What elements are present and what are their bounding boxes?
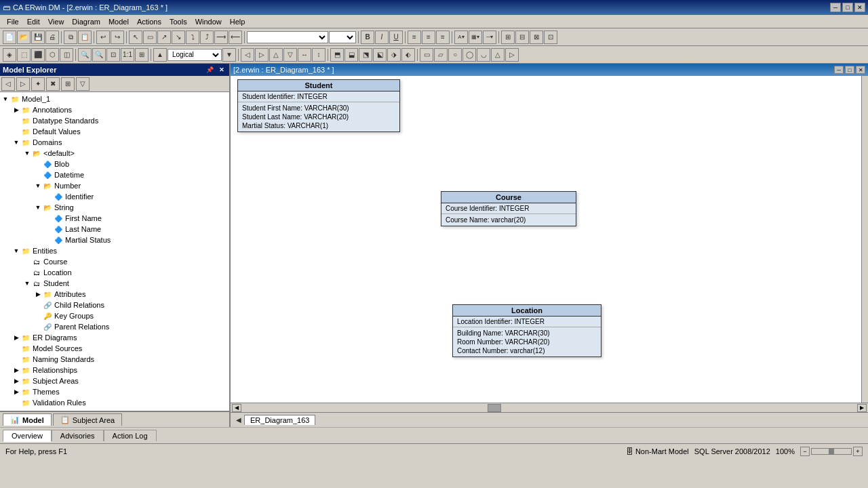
tb2-diag2[interactable]: ▷ — [255, 48, 269, 62]
menu-model[interactable]: Model — [104, 16, 133, 27]
tab-subject-area[interactable]: 📋 Subject Area — [53, 413, 122, 426]
rel5-btn[interactable]: ⟶ — [214, 30, 228, 44]
entity-student[interactable]: Student Student Identifier: INTEGER Stud… — [237, 79, 400, 132]
scroll-thumb[interactable] — [488, 404, 501, 412]
tree-item-martialstatus[interactable]: 🔷 Martial Status — [0, 235, 229, 245]
tb2-btn3[interactable]: ⬛ — [31, 48, 45, 62]
tree-toggle-student[interactable]: ▼ — [23, 279, 31, 287]
rel3-btn[interactable]: ⤵ — [186, 30, 199, 44]
menu-edit[interactable]: Edit — [23, 16, 44, 27]
tb2-shape3[interactable]: ○ — [448, 48, 462, 62]
copy-btn[interactable]: ⧉ — [64, 30, 77, 44]
zoom-slider[interactable] — [811, 448, 852, 455]
tree-back-btn[interactable]: ◁ — [1, 77, 15, 91]
tb2-shape7[interactable]: ▷ — [505, 48, 519, 62]
zoom-in-btn[interactable]: 🔍 — [78, 48, 92, 62]
tree-item-namingstandards[interactable]: 📁 Naming Standards — [0, 354, 229, 365]
zoom-custom-btn[interactable]: ⊞ — [135, 48, 149, 62]
tree-item-entities[interactable]: ▼ 📁 Entities — [0, 245, 229, 256]
save-btn[interactable]: 💾 — [31, 30, 45, 44]
tree-item-lastname[interactable]: 🔷 Last Name — [0, 224, 229, 235]
tb2-btn1[interactable]: ◈ — [3, 48, 16, 62]
entity-btn[interactable]: ▭ — [143, 30, 157, 44]
tree-item-keygroups[interactable]: 🔑 Key Groups — [0, 310, 229, 321]
footer-tab-actionlog[interactable]: Action Log — [104, 430, 157, 441]
entity-course[interactable]: Course Course Identifier: INTEGER Course… — [441, 191, 576, 226]
color-btn[interactable]: A▾ — [454, 30, 468, 44]
new-btn[interactable]: 📄 — [3, 30, 16, 44]
scroll-left-btn[interactable]: ◀ — [232, 404, 241, 412]
extra-btn2[interactable]: ⊟ — [515, 30, 529, 44]
fontsize-dropdown[interactable] — [329, 31, 356, 43]
tb2-btn4[interactable]: ⬡ — [45, 48, 59, 62]
tree-toggle-number[interactable]: ▼ — [34, 182, 42, 190]
close-button[interactable]: ✕ — [854, 3, 865, 12]
tb2-btn5[interactable]: ◫ — [60, 48, 73, 62]
tree-item-childrelations[interactable]: 🔗 Child Relations — [0, 300, 229, 310]
menu-window[interactable]: Window — [191, 16, 226, 27]
tb2-shape2[interactable]: ▱ — [434, 48, 448, 62]
tree-item-course[interactable]: 🗂 Course — [0, 256, 229, 267]
align-center-btn[interactable]: ≡ — [422, 30, 435, 44]
extra-btn3[interactable]: ⊠ — [530, 30, 543, 44]
line-btn[interactable]: ─▾ — [483, 30, 496, 44]
tree-item-model1[interactable]: ▼ 📁 Model_1 — [0, 94, 229, 104]
panel-close-btn[interactable]: ✕ — [217, 65, 226, 75]
tree-toggle-entities[interactable]: ▼ — [12, 247, 20, 255]
fill-btn[interactable]: ▦▾ — [469, 30, 482, 44]
align-right-btn[interactable]: ≡ — [436, 30, 450, 44]
diagram-tab-arrow-left[interactable]: ◀ — [233, 416, 244, 424]
menu-tools[interactable]: Tools — [165, 16, 191, 27]
tree-item-identifier[interactable]: 🔷 Identifier — [0, 191, 229, 202]
tree-toggle-subjectareas[interactable]: ▶ — [12, 377, 20, 385]
redo-btn[interactable]: ↪ — [111, 30, 124, 44]
menu-actions[interactable]: Actions — [133, 16, 165, 27]
tb2-shape6[interactable]: △ — [491, 48, 505, 62]
tree-toggle-model1[interactable]: ▼ — [1, 95, 9, 103]
canvas-area[interactable]: Student Student Identifier: INTEGER Stud… — [231, 76, 861, 403]
tab-model[interactable]: 📊 Model — [3, 413, 52, 426]
panel-pin-btn[interactable]: 📌 — [205, 65, 215, 75]
tree-item-location[interactable]: 🗂 Location — [0, 267, 229, 278]
tb2-nav1[interactable]: ▲ — [153, 48, 167, 62]
tree-item-validationrules[interactable]: 📁 Validation Rules — [0, 397, 229, 408]
tb2-diag3[interactable]: △ — [269, 48, 283, 62]
tree-item-datetime[interactable]: 🔷 Datetime — [0, 169, 229, 180]
zoom-100-btn[interactable]: 1:1 — [121, 48, 134, 62]
tree-item-datatype[interactable]: 📁 Datatype Standards — [0, 115, 229, 126]
tree-toggle-attributes[interactable]: ▶ — [34, 290, 42, 298]
tb2-format2[interactable]: ⬓ — [344, 48, 358, 62]
tb2-diag4[interactable]: ▽ — [283, 48, 297, 62]
rel4-btn[interactable]: ⤴ — [200, 30, 214, 44]
tree-item-themes[interactable]: ▶ 📁 Themes — [0, 386, 229, 397]
tree-new-btn[interactable]: ✦ — [31, 77, 45, 91]
font-dropdown[interactable] — [247, 31, 328, 43]
rel6-btn[interactable]: ⟵ — [229, 30, 242, 44]
italic-btn[interactable]: I — [375, 30, 389, 44]
tb2-shape5[interactable]: ◡ — [477, 48, 490, 62]
tree-item-erdiagrams[interactable]: ▶ 📁 ER Diagrams — [0, 332, 229, 343]
tb2-format5[interactable]: ⬗ — [387, 48, 401, 62]
diagram-tab-er163[interactable]: ER_Diagram_163 — [244, 415, 315, 425]
tree-toggle-relationships[interactable]: ▶ — [12, 366, 20, 374]
tree-delete-btn[interactable]: ✖ — [46, 77, 60, 91]
menu-diagram[interactable]: Diagram — [68, 16, 104, 27]
h-scrollbar[interactable]: ◀ ▶ — [231, 403, 868, 412]
tb2-diag6[interactable]: ↕ — [312, 48, 326, 62]
zoom-in-status-btn[interactable]: + — [853, 447, 863, 456]
tree-toggle-default[interactable]: ▼ — [23, 149, 31, 157]
tree-toggle-domains[interactable]: ▼ — [12, 138, 20, 146]
select-btn[interactable]: ↖ — [129, 30, 142, 44]
tree-toggle-themes[interactable]: ▶ — [12, 388, 20, 396]
tree-item-parentrelations[interactable]: 🔗 Parent Relations — [0, 321, 229, 332]
tree-item-annotations[interactable]: ▶ 📁 Annotations — [0, 104, 229, 115]
tb2-format4[interactable]: ⬕ — [373, 48, 387, 62]
print-btn[interactable]: 🖨 — [45, 30, 59, 44]
tree-filter-btn[interactable]: ▽ — [76, 77, 90, 91]
tree-item-default-domain[interactable]: ▼ 📂 <default> — [0, 148, 229, 159]
tb2-btn2[interactable]: ⬚ — [17, 48, 31, 62]
tb2-shape1[interactable]: ▭ — [420, 48, 433, 62]
tree-item-string[interactable]: ▼ 📂 String — [0, 202, 229, 213]
tb2-diag5[interactable]: ↔ — [298, 48, 311, 62]
entity-location[interactable]: Location Location Identifier: INTEGER Bu… — [452, 304, 601, 357]
